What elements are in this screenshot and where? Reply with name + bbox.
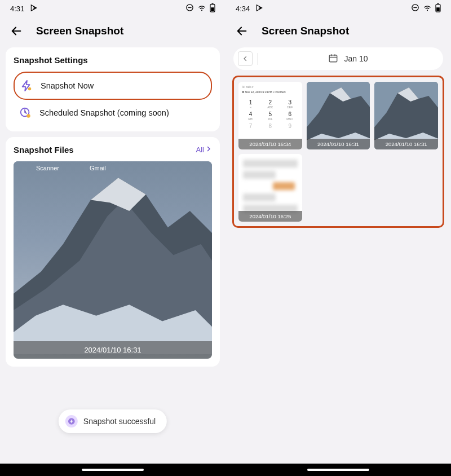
clock-icon bbox=[19, 107, 32, 119]
date-bar: Jan 10 bbox=[233, 47, 443, 70]
thumb-timestamp: 2024/01/10 16:25 bbox=[238, 211, 302, 222]
svg-rect-13 bbox=[437, 3, 439, 5]
thumbnail-grid: All calls ▾ ✱ Nov 22, 2023 6:19PM • Inco… bbox=[238, 82, 438, 222]
scheduled-snapshot-row: Scheduled Snapshot (coming soon) bbox=[14, 100, 212, 126]
svg-point-7 bbox=[26, 114, 30, 117]
toast-icon bbox=[65, 415, 78, 427]
snapshot-large[interactable]: Scanner Gmail 2024/01/10 16:31 bbox=[14, 161, 212, 359]
thumbnail-blurred[interactable]: 2024/01/10 16:25 bbox=[238, 154, 302, 222]
date-picker[interactable]: Jan 10 bbox=[257, 53, 439, 65]
snapshot-now-label: Snapshot Now bbox=[41, 81, 94, 90]
toast-message: Snapshot successful bbox=[83, 417, 156, 426]
play-icon bbox=[30, 4, 38, 14]
scheduled-label: Scheduled Snapshot (coming soon) bbox=[39, 108, 169, 117]
page-title: Screen Snapshot bbox=[262, 25, 349, 37]
all-link[interactable]: All bbox=[196, 146, 212, 154]
thumbnail-grid-highlight: All calls ▾ ✱ Nov 22, 2023 6:19PM • Inco… bbox=[232, 76, 444, 228]
snapshot-now-button[interactable]: Snapshot Now bbox=[14, 72, 212, 100]
files-title: Snapshot Files bbox=[14, 145, 74, 155]
thumb-timestamp: 2024/01/10 16:31 bbox=[374, 139, 438, 149]
dnd-icon bbox=[411, 3, 419, 14]
dnd-icon bbox=[185, 3, 194, 14]
phone-right: 4:34 Screen Snapshot bbox=[226, 0, 451, 476]
chevron-right-icon bbox=[205, 146, 212, 154]
svg-rect-14 bbox=[436, 7, 440, 11]
battery-icon bbox=[435, 3, 441, 14]
date-prev-button[interactable] bbox=[238, 51, 253, 66]
battery-icon bbox=[210, 3, 215, 14]
home-icon-scanner: Scanner bbox=[36, 165, 59, 171]
wifi-icon bbox=[423, 3, 432, 14]
thumbnail-mountain-2[interactable]: 2024/01/10 16:31 bbox=[374, 82, 438, 149]
home-handle[interactable] bbox=[307, 469, 369, 471]
page-title: Screen Snapshot bbox=[36, 25, 123, 37]
svg-rect-4 bbox=[211, 7, 214, 11]
page-header: Screen Snapshot bbox=[226, 17, 451, 47]
settings-title: Snapshot Settings bbox=[14, 55, 212, 65]
toast: Snapshot successful bbox=[59, 409, 167, 433]
nav-bar bbox=[226, 464, 451, 476]
back-button[interactable] bbox=[10, 25, 23, 37]
nav-bar bbox=[0, 464, 226, 476]
status-bar: 4:34 bbox=[226, 0, 451, 17]
calendar-icon bbox=[328, 53, 338, 65]
svg-rect-15 bbox=[330, 55, 338, 61]
thumb-timestamp: 2024/01/10 16:34 bbox=[238, 139, 302, 149]
play-icon bbox=[255, 4, 263, 14]
bolt-icon bbox=[20, 80, 33, 92]
svg-point-5 bbox=[28, 87, 32, 91]
phone-left: 4:31 Screen Snapshot bbox=[0, 0, 226, 476]
date-label: Jan 10 bbox=[344, 54, 368, 63]
thumbnail-dialer[interactable]: All calls ▾ ✱ Nov 22, 2023 6:19PM • Inco… bbox=[238, 82, 302, 149]
svg-rect-3 bbox=[211, 3, 213, 5]
home-handle[interactable] bbox=[82, 469, 144, 471]
settings-card: Snapshot Settings Snapshot Now Scheduled… bbox=[6, 47, 220, 131]
status-bar: 4:31 bbox=[0, 0, 226, 17]
thumbnail-mountain-1[interactable]: 2024/01/10 16:31 bbox=[307, 82, 370, 149]
thumb-timestamp: 2024/01/10 16:31 bbox=[307, 139, 370, 149]
files-card: Snapshot Files All bbox=[6, 137, 220, 367]
home-icon-gmail: Gmail bbox=[90, 165, 106, 171]
all-label: All bbox=[196, 146, 204, 154]
back-button[interactable] bbox=[236, 25, 248, 37]
status-time: 4:31 bbox=[10, 5, 24, 13]
status-time: 4:34 bbox=[236, 5, 250, 13]
snapshot-timestamp: 2024/01/10 16:31 bbox=[14, 341, 212, 359]
page-header: Screen Snapshot bbox=[0, 17, 226, 47]
wifi-icon bbox=[197, 3, 206, 14]
